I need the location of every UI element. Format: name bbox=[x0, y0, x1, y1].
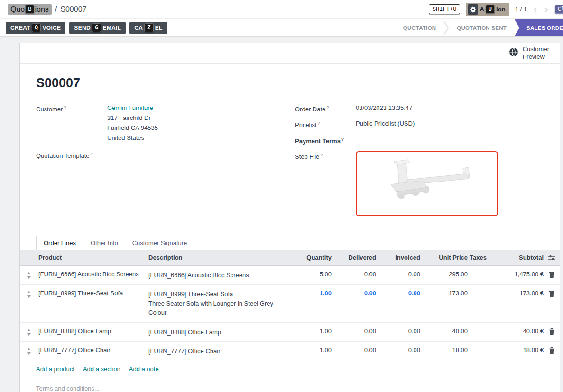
cell-product[interactable]: [FURN_8888] Office Lamp bbox=[37, 328, 148, 335]
order-line-row[interactable]: [FURN_7777] Office Chair [FURN_7777] Off… bbox=[20, 342, 560, 361]
cell-subtotal: 40.00 € bbox=[491, 328, 544, 335]
pricelist-label: Pricelist? bbox=[295, 119, 356, 130]
cell-product[interactable]: [FURN_6666] Acoustic Bloc Screens bbox=[37, 271, 148, 278]
kbd-hint-breadcrumb: B bbox=[25, 5, 34, 14]
cell-delivered[interactable]: 0.00 bbox=[332, 346, 376, 354]
tab-customer-signature[interactable]: Customer Signature bbox=[125, 236, 194, 250]
top-bar: QuoBions / S00007 SHIFT+U AUion 1 / 1 ‹ … bbox=[0, 0, 563, 19]
order-date-label: Order Date? bbox=[295, 103, 356, 114]
order-date-value[interactable]: 03/03/2023 13:35:47 bbox=[356, 103, 412, 114]
cell-invoiced[interactable]: 0.00 bbox=[376, 271, 420, 278]
delete-row-icon[interactable] bbox=[544, 346, 560, 354]
field-quotation-template: Quotation Template? bbox=[36, 149, 284, 161]
topbar-right-cluster: SHIFT+U AUion 1 / 1 ‹ › Cl bbox=[429, 3, 563, 16]
add-a-product-link[interactable]: Add a product bbox=[36, 365, 74, 373]
terms-and-conditions-placeholder[interactable]: Terms and conditions... bbox=[36, 385, 100, 392]
customer-preview-button[interactable]: Customer Preview bbox=[509, 46, 549, 60]
cell-subtotal: 18.00 € bbox=[491, 346, 544, 354]
drag-handle-icon[interactable] bbox=[20, 346, 37, 355]
cell-invoiced[interactable]: 0.00 bbox=[376, 328, 420, 335]
cell-unit-price[interactable]: 40.00 bbox=[420, 328, 468, 335]
step-file-label: Step File? bbox=[295, 150, 356, 162]
action-menu-label-post: ion bbox=[496, 6, 506, 13]
cell-unit-price[interactable]: 18.00 bbox=[420, 346, 468, 354]
notebook-tabs: Order Lines Other Info Customer Signatur… bbox=[20, 236, 560, 250]
drag-handle-icon[interactable] bbox=[20, 290, 37, 298]
customer-value: Gemini Furniture 317 Fairchild Dr Fairfi… bbox=[107, 103, 158, 143]
delete-row-icon[interactable] bbox=[544, 328, 560, 335]
tab-other-info[interactable]: Other Info bbox=[83, 236, 125, 250]
step-file-3d-render bbox=[370, 156, 484, 211]
field-payment-terms: Payment Terms? bbox=[295, 135, 543, 146]
cell-subtotal: 173.00 € bbox=[491, 290, 544, 297]
pricelist-value[interactable]: Public Pricelist (USD) bbox=[356, 119, 415, 130]
delete-row-icon[interactable] bbox=[544, 271, 560, 278]
cell-description[interactable]: [FURN_8888] Office Lamp bbox=[148, 328, 289, 337]
send-email-button[interactable]: SENDGEMAIL bbox=[69, 22, 126, 34]
add-a-note-link[interactable]: Add a note bbox=[129, 365, 159, 373]
breadcrumb-quotations[interactable]: QuoBions bbox=[8, 4, 52, 15]
field-pricelist: Pricelist? Public Pricelist (USD) bbox=[295, 119, 543, 130]
kbd-hint-action: U bbox=[486, 5, 495, 14]
delete-row-icon[interactable] bbox=[544, 290, 560, 297]
cell-delivered[interactable]: 0.00 bbox=[332, 328, 376, 335]
cell-delivered[interactable]: 0.00 bbox=[332, 290, 376, 297]
customer-preview-label: Customer Preview bbox=[523, 46, 549, 60]
cell-subtotal: 1,475.00 € bbox=[491, 271, 544, 278]
cell-quantity[interactable]: 1.00 bbox=[289, 290, 332, 297]
send-email-label-pre: SEND bbox=[74, 25, 91, 31]
action-menu-button[interactable]: AUion bbox=[466, 3, 509, 16]
cell-description[interactable]: [FURN_8999] Three-Seat Sofa Three Seater… bbox=[148, 290, 289, 318]
pager-previous-icon[interactable]: ‹ bbox=[533, 4, 538, 15]
create-invoice-button[interactable]: CREATQVOICE bbox=[6, 22, 65, 34]
cell-invoiced[interactable]: 0.00 bbox=[376, 290, 420, 297]
kbd-hint-shift-u: SHIFT+U bbox=[429, 4, 461, 14]
gear-icon bbox=[468, 4, 478, 15]
cell-unit-price[interactable]: 173.00 bbox=[420, 290, 468, 297]
kbd-hint-create-invoice: Q bbox=[32, 23, 41, 32]
status-step-sales-order-active[interactable]: SALES ORDER bbox=[514, 19, 563, 37]
help-marker: ? bbox=[326, 105, 329, 110]
help-marker: ? bbox=[318, 121, 320, 126]
cell-delivered[interactable]: 0.00 bbox=[332, 271, 376, 278]
cancel-label-post: EL bbox=[155, 25, 163, 31]
order-line-row[interactable]: [FURN_8888] Office Lamp [FURN_8888] Offi… bbox=[20, 323, 560, 342]
field-order-date: Order Date? 03/03/2023 13:35:47 bbox=[295, 103, 543, 114]
header-invoiced: Invoiced bbox=[376, 254, 420, 261]
cell-invoiced[interactable]: 0.00 bbox=[376, 346, 420, 354]
cell-unit-price[interactable]: 295.00 bbox=[420, 271, 468, 278]
create-invoice-label-post: VOICE bbox=[42, 25, 61, 31]
help-marker: ? bbox=[320, 153, 323, 157]
cell-quantity[interactable]: 1.00 bbox=[289, 328, 332, 335]
breadcrumb-quotations-text-pre: Quo bbox=[10, 5, 25, 14]
field-grid: Customer? Gemini Furniture 317 Fairchild… bbox=[36, 103, 543, 220]
order-line-row[interactable]: [FURN_6666] Acoustic Bloc Screens [FURN_… bbox=[20, 266, 560, 285]
cell-description[interactable]: [FURN_6666] Acoustic Bloc Screens bbox=[148, 271, 289, 280]
tab-order-lines[interactable]: Order Lines bbox=[36, 236, 83, 250]
header-taxes: Taxes bbox=[468, 254, 491, 261]
order-line-row[interactable]: [FURN_8999] Three-Seat Sofa [FURN_8999] … bbox=[20, 285, 560, 323]
table-header-row: Product Description Quantity Delivered I… bbox=[20, 250, 560, 266]
status-step-quotation[interactable]: QUOTATION bbox=[396, 19, 444, 37]
step-file-image[interactable] bbox=[356, 151, 498, 216]
cell-description[interactable]: [FURN_7777] Office Chair bbox=[148, 346, 289, 356]
header-delivered: Delivered bbox=[332, 254, 376, 261]
drag-handle-icon[interactable] bbox=[20, 271, 37, 279]
kbd-hint-close: Cl bbox=[555, 5, 563, 14]
cell-quantity[interactable]: 5.00 bbox=[289, 271, 332, 278]
add-a-section-link[interactable]: Add a section bbox=[83, 365, 120, 373]
customer-link[interactable]: Gemini Furniture bbox=[107, 103, 158, 113]
sheet-bottom: Terms and conditions... Total: 1,706.00 … bbox=[20, 377, 560, 392]
optional-columns-icon[interactable] bbox=[544, 255, 560, 261]
cancel-button[interactable]: CAZEL bbox=[129, 22, 167, 34]
status-step-quotation-sent[interactable]: QUOTATION SENT bbox=[449, 19, 514, 37]
pager-next-icon[interactable]: › bbox=[544, 4, 549, 15]
cell-quantity[interactable]: 1.00 bbox=[289, 346, 332, 354]
drag-handle-icon[interactable] bbox=[20, 328, 37, 336]
breadcrumb-quotations-text-post: ions bbox=[35, 5, 48, 14]
field-step-file: Step File? bbox=[295, 150, 543, 216]
cell-product[interactable]: [FURN_8999] Three-Seat Sofa bbox=[37, 290, 148, 297]
customer-label: Customer? bbox=[36, 103, 107, 143]
cell-product[interactable]: [FURN_7777] Office Chair bbox=[37, 346, 148, 354]
breadcrumb: QuoBions / S00007 bbox=[8, 4, 86, 15]
